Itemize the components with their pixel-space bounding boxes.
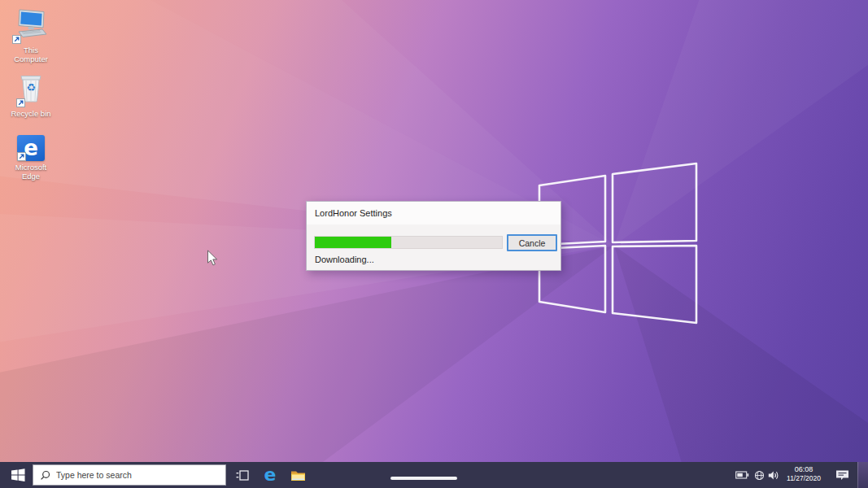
installer-dialog: LordHonor Settings Cancle Downloading... [306, 201, 561, 271]
show-desktop-button[interactable] [857, 462, 868, 488]
action-center-button[interactable] [831, 462, 853, 488]
icon-label: This Computer [8, 46, 54, 64]
battery-tray-button[interactable] [734, 462, 750, 488]
shortcut-arrow-icon [12, 35, 21, 44]
taskbar-search-box[interactable] [33, 464, 226, 486]
mouse-cursor [207, 250, 219, 267]
windows-logo-icon [11, 468, 25, 481]
status-text: Downloading... [315, 255, 374, 264]
task-view-icon [236, 469, 249, 481]
dialog-title: LordHonor Settings [315, 208, 392, 218]
recycle-symbol-icon: ♻ [26, 81, 36, 94]
folder-icon [290, 469, 306, 481]
taskbar-edge-button[interactable]: e [257, 462, 283, 488]
speaker-icon [768, 470, 779, 481]
clock-time: 06:08 [781, 465, 827, 474]
shortcut-arrow-icon [17, 152, 26, 161]
edge-icon: e [264, 466, 277, 484]
icon-label: Microsoft Edge [8, 163, 54, 181]
desktop-icon-recycle-bin[interactable]: ♻ Recycle bin [5, 70, 57, 118]
video-scrubber-bar [390, 477, 457, 480]
cancel-button[interactable]: Cancle [507, 234, 557, 251]
desktop-icon-this-computer[interactable]: This Computer [5, 8, 57, 64]
volume-tray-button[interactable] [766, 462, 781, 488]
shortcut-arrow-icon [16, 98, 25, 107]
file-explorer-button[interactable] [285, 462, 311, 488]
clock-date: 11/27/2020 [781, 474, 827, 483]
battery-icon [735, 471, 749, 479]
desktop-icon-microsoft-edge[interactable]: e Microsoft Edge [5, 135, 57, 181]
download-progress-bar [314, 236, 503, 249]
desktop: This Computer ♻ Recycle bin e [0, 0, 868, 488]
network-tray-button[interactable] [752, 462, 766, 488]
search-icon [40, 470, 50, 481]
search-input[interactable] [50, 469, 225, 481]
icon-label: Recycle bin [11, 109, 50, 118]
task-view-button[interactable] [229, 462, 255, 488]
progress-fill [315, 237, 391, 248]
network-globe-icon [754, 470, 765, 481]
taskbar-clock[interactable]: 06:08 11/27/2020 [781, 465, 827, 483]
notification-icon [835, 469, 849, 481]
taskbar: e [0, 462, 868, 488]
start-button[interactable] [3, 462, 33, 488]
